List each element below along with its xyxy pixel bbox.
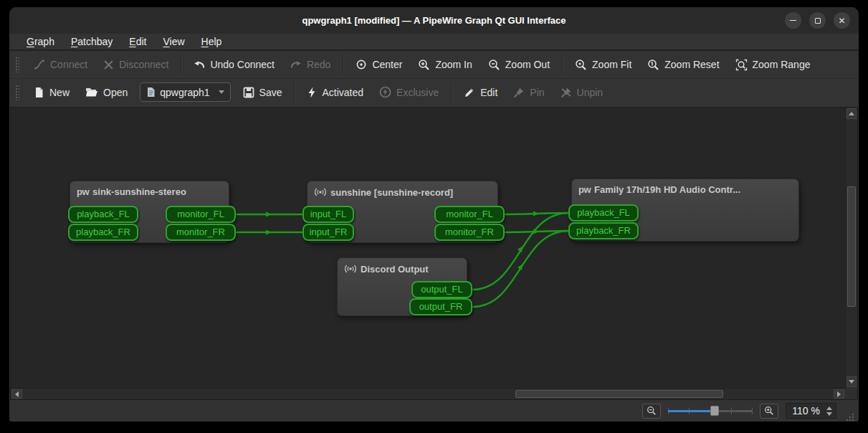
- patchbay-file-icon: [146, 87, 156, 97]
- menu-graph[interactable]: Graph: [27, 36, 54, 47]
- zoom-out-button[interactable]: Zoom Out: [480, 54, 558, 75]
- toolbar-grip[interactable]: [15, 57, 19, 72]
- wire-arrow-icon: [266, 211, 272, 217]
- scroll-right-icon: [837, 391, 841, 397]
- disconnect-icon: [103, 60, 114, 70]
- port-sink-playback-fl[interactable]: playback_FL: [68, 206, 138, 223]
- toolbar-separator: [181, 55, 181, 74]
- graph-canvas[interactable]: pw sink-sunshine-stereo playback_FL play…: [11, 108, 845, 388]
- pin-button[interactable]: Pin: [505, 82, 552, 103]
- unpin-button[interactable]: Unpin: [553, 82, 611, 103]
- status-bar: 110 %: [9, 400, 859, 422]
- scroll-up-button[interactable]: [846, 108, 857, 119]
- toolbar-grip[interactable]: [15, 85, 19, 100]
- zoom-fit-button[interactable]: Zoom Fit: [567, 54, 639, 75]
- node-title: Family 17h/19h HD Audio Contr...: [594, 184, 740, 195]
- zoom-value: 110 %: [792, 405, 820, 417]
- zoom-out-icon: [647, 406, 657, 416]
- connect-icon: [34, 59, 45, 70]
- audio-node-icon: [344, 263, 357, 275]
- zoom-in-icon: [418, 59, 430, 71]
- edit-button[interactable]: Edit: [456, 82, 505, 103]
- node-title: sunshine [sunshine-record]: [330, 187, 453, 198]
- zoom-reset-button[interactable]: Zoom Reset: [639, 54, 727, 75]
- scroll-down-button[interactable]: [846, 376, 857, 387]
- menu-bar: Graph Patchbay Edit View Help: [9, 34, 859, 51]
- port-sunshine-monitor-fr[interactable]: monitor_FR: [434, 224, 505, 241]
- port-sink-playback-fr[interactable]: playback_FR: [68, 224, 138, 241]
- menu-patchbay[interactable]: Patchbay: [71, 36, 113, 47]
- zoom-out-small-button[interactable]: [642, 404, 661, 419]
- close-icon: ✕: [838, 16, 845, 26]
- port-family-playback-fl[interactable]: playback_FL: [568, 204, 639, 222]
- zoom-slider-handle[interactable]: [710, 406, 719, 416]
- activated-button[interactable]: Activated: [299, 82, 371, 103]
- port-sunshine-input-fr[interactable]: input_FR: [302, 224, 354, 241]
- zoom-fit-icon: [575, 59, 587, 71]
- menu-view[interactable]: View: [163, 36, 184, 47]
- wire-arrow-icon: [266, 229, 272, 234]
- menu-edit[interactable]: Edit: [129, 36, 146, 47]
- pipewire-icon: pw: [578, 184, 591, 195]
- exclusive-button[interactable]: Exclusive: [371, 82, 447, 103]
- wires-layer: [11, 108, 845, 388]
- scroll-left-icon: [15, 391, 19, 397]
- toolbar-separator: [343, 55, 343, 74]
- activated-bolt-icon: [307, 87, 317, 98]
- vertical-scrollbar-thumb[interactable]: [847, 186, 856, 307]
- zoom-in-button[interactable]: Zoom In: [410, 54, 480, 75]
- zoom-in-icon: [764, 406, 774, 416]
- save-button[interactable]: Save: [235, 82, 290, 103]
- title-bar: qpwgraph1 [modified] — A PipeWire Graph …: [9, 7, 859, 34]
- chevron-down-icon: [219, 90, 224, 94]
- new-button[interactable]: New: [26, 82, 77, 103]
- open-folder-icon: [85, 87, 98, 97]
- port-sunshine-input-fl[interactable]: input_FL: [302, 206, 354, 223]
- spin-up-icon[interactable]: [826, 406, 832, 410]
- port-sunshine-monitor-fl[interactable]: monitor_FL: [434, 206, 505, 223]
- zoom-slider[interactable]: [668, 405, 753, 417]
- node-title: Discord Output: [361, 264, 429, 275]
- patchbay-combobox[interactable]: qpwgraph1: [140, 82, 230, 102]
- zoom-range-button[interactable]: Zoom Range: [728, 54, 819, 75]
- port-discord-output-fr[interactable]: output_FR: [409, 298, 472, 315]
- toolbar-main: Connect Disconnect Undo Connect Redo Cen…: [9, 51, 859, 78]
- port-sink-monitor-fr[interactable]: monitor_FR: [166, 224, 236, 241]
- horizontal-scrollbar-thumb[interactable]: [515, 390, 723, 398]
- zoom-out-icon: [488, 59, 500, 71]
- zoom-in-small-button[interactable]: [760, 404, 778, 419]
- port-family-playback-fr[interactable]: playback_FR: [568, 222, 639, 239]
- undo-connect-button[interactable]: Undo Connect: [186, 54, 282, 75]
- graph-canvas-frame: pw sink-sunshine-stereo playback_FL play…: [10, 107, 858, 400]
- open-button[interactable]: Open: [77, 82, 135, 103]
- scrollbar-corner: [845, 388, 857, 399]
- zoom-reset-icon: [647, 59, 659, 71]
- pin-icon: [513, 87, 525, 98]
- port-sink-monitor-fl[interactable]: monitor_FL: [166, 206, 236, 223]
- scroll-right-button[interactable]: [834, 389, 844, 399]
- window-controls: ✕: [785, 12, 850, 29]
- center-icon: [356, 59, 367, 70]
- port-discord-output-fl[interactable]: output_FL: [411, 281, 472, 298]
- close-button[interactable]: ✕: [834, 12, 850, 29]
- horizontal-scrollbar[interactable]: [11, 388, 845, 399]
- wire-arrow-icon: [533, 211, 539, 216]
- disconnect-button[interactable]: Disconnect: [95, 54, 176, 75]
- center-button[interactable]: Center: [348, 54, 410, 75]
- zoom-spinbox[interactable]: 110 %: [786, 403, 836, 419]
- minimize-button[interactable]: [785, 12, 801, 29]
- app-window: qpwgraph1 [modified] — A PipeWire Graph …: [9, 7, 859, 422]
- window-title: qpwgraph1 [modified] — A PipeWire Graph …: [302, 15, 566, 26]
- resize-grip[interactable]: [845, 412, 854, 422]
- spin-down-icon[interactable]: [826, 412, 832, 416]
- unpin-icon: [561, 87, 572, 98]
- edit-pencil-icon: [464, 87, 475, 98]
- toolbar-file: New Open qpwgraph1 Save Activated Exclus…: [9, 78, 859, 105]
- vertical-scrollbar[interactable]: [845, 108, 857, 388]
- toolbar-separator: [451, 83, 452, 102]
- connect-button[interactable]: Connect: [26, 54, 95, 75]
- menu-help[interactable]: Help: [201, 36, 222, 47]
- maximize-button[interactable]: [809, 12, 826, 29]
- scroll-left-button[interactable]: [11, 389, 22, 399]
- redo-button[interactable]: Redo: [282, 54, 338, 75]
